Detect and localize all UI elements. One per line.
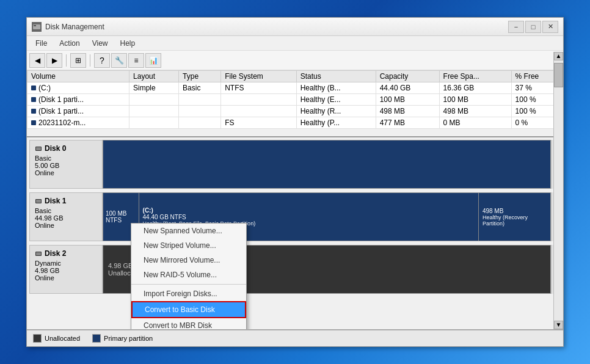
- cell-status: Healthy (B...: [296, 82, 376, 94]
- disk-1-type: Basic: [35, 207, 97, 214]
- cell-status: Healthy (E...: [296, 94, 376, 106]
- main-scrollbar[interactable]: ▲ ▼: [553, 52, 563, 329]
- maximize-button[interactable]: □: [525, 21, 541, 33]
- col-free: Free Spa...: [439, 71, 511, 82]
- legend-bar: Unallocated Primary partition: [27, 329, 563, 346]
- window-icon: [32, 22, 42, 32]
- ctx-import-foreign[interactable]: Import Foreign Disks...: [131, 286, 246, 301]
- disk-1-rec-size: 498 MB: [483, 208, 547, 214]
- col-type: Type: [179, 71, 221, 82]
- ctx-new-raid5[interactable]: New RAID-5 Volume...: [131, 268, 246, 282]
- toolbar-list[interactable]: ≡: [128, 53, 144, 68]
- table-row[interactable]: (Disk 1 parti... Healthy (R... 498 MB 49…: [27, 106, 563, 117]
- disk-1-label: Disk 1 Basic 44.98 GB Online: [29, 192, 103, 241]
- cell-layout: [129, 117, 179, 129]
- menu-help[interactable]: Help: [114, 37, 142, 49]
- toolbar-wrench[interactable]: 🔧: [111, 53, 127, 68]
- cell-volume: (Disk 1 parti...: [27, 106, 129, 117]
- cell-layout: [129, 106, 179, 117]
- menu-view[interactable]: View: [86, 37, 114, 49]
- col-capacity: Capacity: [376, 71, 439, 82]
- toolbar-help[interactable]: ?: [94, 53, 110, 68]
- toolbar-chart[interactable]: 📊: [145, 53, 161, 68]
- context-menu: New Spanned Volume... New Striped Volume…: [131, 223, 247, 329]
- scroll-up-btn[interactable]: ▲: [554, 52, 563, 60]
- disk-2-label: Disk 2 Dynamic 4.98 GB Online: [29, 245, 103, 294]
- cell-fs: NTFS: [221, 82, 296, 94]
- table-row[interactable]: (C:) Simple Basic NTFS Healthy (B... 44.…: [27, 82, 563, 94]
- cell-free: 0 MB: [439, 117, 511, 129]
- disk-2-status: Online: [35, 274, 97, 282]
- cell-status: Healthy (R...: [296, 106, 376, 117]
- ctx-sep-1: [131, 284, 246, 285]
- ctx-new-striped[interactable]: New Striped Volume...: [131, 238, 246, 253]
- svg-rect-2: [34, 25, 36, 26]
- ctx-convert-mbr[interactable]: Convert to MBR Disk: [131, 318, 246, 329]
- close-button[interactable]: ✕: [542, 21, 558, 33]
- toolbar-grid[interactable]: ⊞: [70, 53, 86, 68]
- cell-fs: FS: [221, 117, 296, 129]
- cell-free: 100 MB: [439, 94, 511, 106]
- disk-1-size: 44.98 GB: [35, 214, 97, 222]
- menu-bar: File Action View Help: [27, 36, 563, 51]
- disk-table-area: Volume Layout Type File System Status Ca…: [27, 70, 563, 137]
- scroll-thumb[interactable]: [554, 63, 563, 87]
- col-volume: Volume: [27, 71, 129, 82]
- disk-0-icon: Disk 0: [35, 144, 97, 153]
- legend-unallocated: Unallocated: [33, 334, 80, 343]
- disk-2-type: Dynamic: [35, 260, 97, 267]
- svg-rect-8: [36, 252, 41, 255]
- legend-primary: Primary partition: [92, 334, 153, 343]
- title-bar: Disk Management − □ ✕: [27, 18, 563, 36]
- col-status: Status: [296, 71, 376, 82]
- scroll-down-btn[interactable]: ▼: [554, 321, 563, 329]
- cell-free: 16.36 GB: [439, 82, 511, 94]
- toolbar: ◀ ▶ ⊞ ? 🔧 ≡ 📊: [27, 51, 563, 70]
- menu-action[interactable]: Action: [53, 37, 86, 49]
- cell-free: 498 MB: [439, 106, 511, 117]
- disk-row-0: Disk 0 Basic 5.00 GB Online: [29, 140, 561, 189]
- disk-0-partitions: [103, 140, 551, 189]
- disk-1-main-label: (C:): [143, 207, 475, 214]
- toolbar-forward[interactable]: ▶: [46, 53, 62, 68]
- table-row[interactable]: 20231102-m... FS Healthy (P... 477 MB 0 …: [27, 117, 563, 129]
- minimize-button[interactable]: −: [508, 21, 524, 33]
- window-title: Disk Management: [45, 23, 508, 31]
- cell-type: [179, 106, 221, 117]
- cell-layout: Simple: [129, 82, 179, 94]
- disk-1-rec-desc: Healthy (Recovery Partition): [483, 214, 547, 227]
- disk-0-part-1[interactable]: [103, 140, 550, 188]
- ctx-new-spanned[interactable]: New Spanned Volume...: [131, 224, 246, 238]
- table-row[interactable]: (Disk 1 parti... Healthy (E... 100 MB 10…: [27, 94, 563, 106]
- ctx-new-mirrored[interactable]: New Mirrored Volume...: [131, 253, 246, 268]
- main-content: Volume Layout Type File System Status Ca…: [27, 70, 563, 346]
- disk-1-main-fs: 44.40 GB NTFS: [143, 214, 475, 220]
- disk-0-status: Online: [35, 169, 97, 177]
- cell-capacity: 44.40 GB: [376, 82, 439, 94]
- disk-table: Volume Layout Type File System Status Ca…: [27, 70, 563, 129]
- legend-box-primary: [92, 334, 101, 343]
- cell-volume: (Disk 1 parti...: [27, 94, 129, 106]
- disk-0-label: Disk 0 Basic 5.00 GB Online: [29, 140, 103, 189]
- menu-file[interactable]: File: [29, 37, 53, 49]
- window-controls: − □ ✕: [508, 21, 558, 33]
- toolbar-sep-1: [66, 54, 67, 67]
- disk-1-icon: Disk 1: [35, 197, 97, 205]
- legend-label-unallocated: Unallocated: [45, 335, 80, 342]
- cell-fs: [221, 94, 296, 106]
- cell-layout: [129, 94, 179, 106]
- disk-2-size: 4.98 GB: [35, 267, 97, 274]
- toolbar-back[interactable]: ◀: [29, 53, 45, 68]
- svg-rect-4: [36, 147, 41, 150]
- ctx-convert-basic[interactable]: Convert to Basic Disk: [131, 301, 246, 318]
- disk-2-icon: Disk 2: [35, 249, 97, 258]
- disk-row-2: Disk 2 Dynamic 4.98 GB Online 4.98 GB Un…: [29, 245, 561, 294]
- svg-rect-6: [36, 200, 41, 203]
- cell-fs: [221, 106, 296, 117]
- col-fs: File System: [221, 71, 296, 82]
- legend-box-unallocated: [33, 334, 42, 343]
- disk-1-status: Online: [35, 222, 97, 229]
- cell-capacity: 498 MB: [376, 106, 439, 117]
- cell-volume: 20231102-m...: [27, 117, 129, 129]
- disk-1-part-recovery[interactable]: 498 MB Healthy (Recovery Partition): [479, 193, 550, 241]
